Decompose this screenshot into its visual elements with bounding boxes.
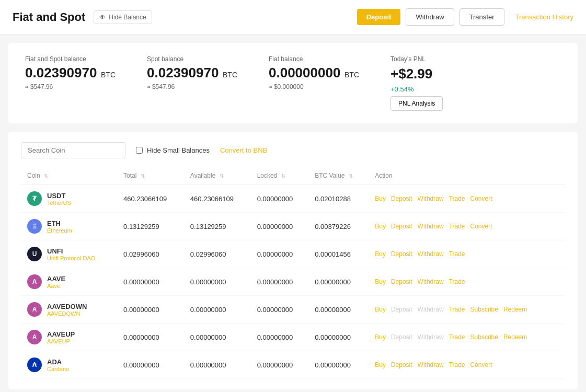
btc-sort-icon[interactable]: ⇅ bbox=[349, 173, 353, 179]
hide-small-balances-checkbox[interactable] bbox=[136, 147, 143, 154]
transfer-button[interactable]: Transfer bbox=[459, 8, 504, 26]
action-cell-ada: BuyDepositWithdrawTradeConvert bbox=[369, 351, 565, 379]
col-total: Total ⇅ bbox=[117, 167, 184, 185]
action-redeem-button[interactable]: Redeem bbox=[503, 333, 527, 341]
coin-name-group: ETH Ethereum bbox=[47, 220, 72, 234]
action-deposit-button[interactable]: Deposit bbox=[391, 250, 412, 258]
fiat-amount-row: 0.00000000 BTC bbox=[269, 65, 359, 81]
action-withdraw-button[interactable]: Withdraw bbox=[418, 278, 444, 285]
action-withdraw-button[interactable]: Withdraw bbox=[418, 195, 444, 202]
coin-icon-eth: Ξ bbox=[27, 219, 42, 234]
coin-info-row: A AAVEDOWN AAVEDOWN bbox=[27, 302, 111, 317]
page-title: Fiat and Spot bbox=[13, 10, 85, 24]
action-deposit-button[interactable]: Deposit bbox=[391, 195, 412, 202]
action-trade-button[interactable]: Trade bbox=[449, 361, 465, 368]
coin-ticker-usdt: USDT bbox=[47, 192, 71, 200]
coin-name-link-ada[interactable]: Cardano bbox=[47, 366, 69, 372]
action-subscribe-button[interactable]: Subscribe bbox=[470, 306, 498, 313]
coin-name-link-aave[interactable]: Aave bbox=[47, 283, 65, 289]
action-buy-button[interactable]: Buy bbox=[375, 361, 386, 368]
coin-name-group: ADA Cardano bbox=[47, 358, 69, 372]
coin-ticker-aaveup: AAVEUP bbox=[47, 330, 75, 338]
action-cell-unfi: BuyDepositWithdrawTrade bbox=[369, 240, 565, 268]
action-deposit-button[interactable]: Deposit bbox=[391, 278, 412, 285]
total-cell: 0.00000000 bbox=[117, 268, 184, 296]
spot-currency: BTC bbox=[223, 71, 237, 79]
btc-value-cell: 0.00000000 bbox=[308, 296, 369, 324]
coin-info-row: ₳ ADA Cardano bbox=[27, 358, 111, 372]
action-trade-button[interactable]: Trade bbox=[449, 278, 465, 285]
coin-info-row: A AAVE Aave bbox=[27, 274, 111, 289]
action-deposit-button[interactable]: Deposit bbox=[391, 361, 412, 368]
action-trade-button[interactable]: Trade bbox=[449, 195, 465, 202]
action-redeem-button[interactable]: Redeem bbox=[503, 306, 527, 313]
action-trade-button[interactable]: Trade bbox=[449, 223, 465, 230]
action-convert-button[interactable]: Convert bbox=[470, 361, 492, 368]
fiat-spot-amount-row: 0.02390970 BTC bbox=[25, 65, 116, 81]
action-withdraw-button[interactable]: Withdraw bbox=[418, 223, 444, 230]
action-deposit-button[interactable]: Deposit bbox=[391, 223, 412, 230]
coin-name-link-aaveup[interactable]: AAVEUP bbox=[47, 338, 75, 344]
action-buy-button[interactable]: Buy bbox=[375, 333, 386, 341]
coin-ticker-unfi: UNFI bbox=[47, 247, 95, 255]
balance-card: Fiat and Spot balance 0.02390970 BTC ≈ $… bbox=[8, 43, 578, 123]
coin-cell-unfi: U UNFI Unifi Protocol DAO bbox=[21, 240, 117, 268]
deposit-button[interactable]: Deposit bbox=[357, 9, 401, 25]
action-deposit-button: Deposit bbox=[391, 333, 412, 341]
action-buy-button[interactable]: Buy bbox=[375, 250, 386, 258]
action-buy-button[interactable]: Buy bbox=[375, 195, 386, 202]
action-withdraw-button[interactable]: Withdraw bbox=[418, 250, 444, 258]
available-sort-icon[interactable]: ⇅ bbox=[220, 173, 224, 179]
action-buttons-group: BuyDepositWithdrawTradeSubscribeRedeem bbox=[375, 306, 559, 313]
coin-icon-unfi: U bbox=[27, 247, 42, 261]
pnl-analysis-button[interactable]: PNL Analysis bbox=[390, 96, 443, 111]
hide-small-balances-label[interactable]: Hide Small Balances bbox=[136, 146, 210, 154]
withdraw-button[interactable]: Withdraw bbox=[406, 8, 454, 26]
coin-name-link-unfi[interactable]: Unifi Protocol DAO bbox=[47, 255, 95, 261]
hide-balance-button[interactable]: 👁 Hide Balance bbox=[94, 10, 152, 24]
action-subscribe-button[interactable]: Subscribe bbox=[470, 333, 498, 341]
coin-name-link-eth[interactable]: Ethereum bbox=[47, 227, 72, 234]
available-cell: 0.00000000 bbox=[184, 296, 251, 324]
btc-value-cell: 0.00000000 bbox=[308, 268, 369, 296]
locked-cell: 0.00000000 bbox=[251, 240, 309, 268]
coin-name-group: UNFI Unifi Protocol DAO bbox=[47, 247, 95, 261]
coin-cell-aavedown: A AAVEDOWN AAVEDOWN bbox=[21, 296, 117, 324]
transaction-history-button[interactable]: Transaction History bbox=[515, 13, 574, 21]
coin-info-row: ₮ USDT TetherUS bbox=[27, 191, 111, 206]
fiat-spot-amount: 0.02390970 bbox=[25, 65, 97, 80]
locked-cell: 0.00000000 bbox=[251, 324, 309, 351]
total-sort-icon[interactable]: ⇅ bbox=[141, 173, 145, 179]
coin-icon-usdt: ₮ bbox=[27, 191, 42, 206]
table-row: ₳ ADA Cardano 0.000000000.000000000.0000… bbox=[21, 351, 565, 379]
action-trade-button[interactable]: Trade bbox=[449, 306, 465, 313]
coin-name-link-usdt[interactable]: TetherUS bbox=[47, 200, 71, 206]
coin-name-group: AAVEUP AAVEUP bbox=[47, 330, 75, 344]
action-trade-button[interactable]: Trade bbox=[449, 250, 465, 258]
total-cell: 0.13129259 bbox=[117, 213, 184, 240]
available-cell: 0.13129259 bbox=[184, 213, 251, 240]
coin-cell-usdt: ₮ USDT TetherUS bbox=[21, 185, 117, 213]
coin-sort-icon[interactable]: ⇅ bbox=[44, 173, 48, 179]
action-trade-button[interactable]: Trade bbox=[449, 333, 465, 341]
search-input[interactable] bbox=[21, 142, 125, 158]
locked-sort-icon[interactable]: ⇅ bbox=[281, 173, 285, 179]
coin-name-group: AAVE Aave bbox=[47, 275, 65, 289]
action-convert-button[interactable]: Convert bbox=[470, 195, 492, 202]
action-buy-button[interactable]: Buy bbox=[375, 223, 386, 230]
coin-icon-aaveup: A bbox=[27, 330, 42, 344]
divider bbox=[510, 11, 510, 24]
action-buy-button[interactable]: Buy bbox=[375, 278, 386, 285]
action-buttons-group: BuyDepositWithdrawTrade bbox=[375, 250, 559, 258]
action-withdraw-button[interactable]: Withdraw bbox=[418, 361, 444, 368]
convert-to-bnb-button[interactable]: Convert to BNB bbox=[220, 146, 267, 154]
coins-toolbar: Hide Small Balances Convert to BNB bbox=[21, 142, 565, 158]
coin-ticker-aavedown: AAVEDOWN bbox=[47, 303, 87, 310]
action-buy-button[interactable]: Buy bbox=[375, 306, 386, 313]
available-cell: 0.02996060 bbox=[184, 240, 251, 268]
action-buttons-group: BuyDepositWithdrawTradeConvert bbox=[375, 361, 559, 368]
action-convert-button[interactable]: Convert bbox=[470, 223, 492, 230]
col-coin: Coin ⇅ bbox=[21, 167, 117, 185]
coin-name-link-aavedown[interactable]: AAVEDOWN bbox=[47, 310, 87, 317]
locked-cell: 0.00000000 bbox=[251, 185, 309, 213]
